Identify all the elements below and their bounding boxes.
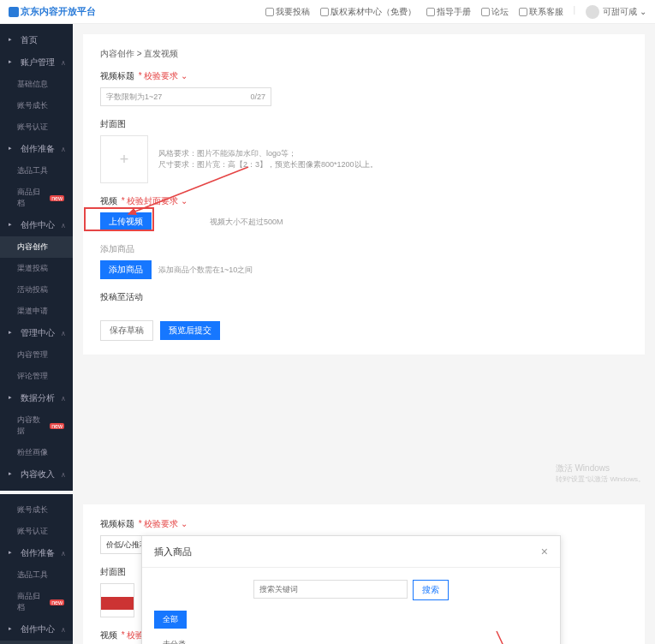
- category-tabs: 全部: [154, 611, 548, 629]
- logo-icon: [9, 7, 19, 17]
- sidebar-item-内容管理[interactable]: 内容管理: [0, 344, 73, 366]
- sidebar-item-活动投稿[interactable]: 活动投稿: [0, 279, 73, 301]
- windows-watermark-1: 激活 Windows 转到"设置"以激活 Windows。: [556, 462, 645, 484]
- action-buttons-1: 保存草稿 预览后提交: [100, 320, 628, 341]
- modal-close-icon[interactable]: ×: [541, 545, 548, 558]
- breadcrumb: 内容创作 > 直发视频: [100, 48, 628, 60]
- menu-icon: ▸: [9, 145, 17, 153]
- page-root: 京东内容开放平台 我要投稿 版权素材中心（免费） 指导手册 论坛 联系客服 | …: [0, 0, 655, 644]
- save-draft-button[interactable]: 保存草稿: [100, 320, 153, 341]
- chevron-icon: ∧: [61, 471, 66, 479]
- modal-body: 搜索 全部 未分类 ✓ montooth泰优家口水漱新... ¥ 19.90: [142, 568, 560, 644]
- main-content-2: 视频标题 * 校验要求 ⌄ 价低/心推荐的漱口水，拒绝不了黄牙我用！ 20/27…: [73, 494, 655, 644]
- sidebar-item-账号认证[interactable]: 账号认证: [0, 521, 73, 542]
- cover-hint: 风格要求：图片不能添加水印、logo等； 尺寸要求：图片宽：高【2：3】，预览长…: [158, 148, 378, 171]
- cover-upload-box[interactable]: +: [100, 135, 148, 183]
- sidebar-item-数据分析[interactable]: ▸数据分析∧: [0, 387, 73, 409]
- sidebar-item-账号认证[interactable]: 账号认证: [0, 116, 73, 138]
- chevron-icon: ∧: [61, 395, 66, 402]
- field-title: 视频标题 * 校验要求 ⌄ 字数限制为1~27 0/27: [100, 70, 628, 106]
- sidebar-item-账户管理[interactable]: ▸账户管理∧: [0, 51, 73, 74]
- new-badge: new: [50, 195, 64, 201]
- field-add-goods: 添加商品 添加商品 添加商品个数需在1~10之间: [100, 243, 628, 279]
- logo[interactable]: 京东内容开放平台: [9, 5, 96, 18]
- sidebar-item-内容收入[interactable]: ▸内容收入∧: [0, 463, 73, 486]
- sidebar-item-渠道投稿[interactable]: 渠道投稿: [0, 258, 73, 279]
- form-card-1: 内容创作 > 直发视频 视频标题 * 校验要求 ⌄ 字数限制为1~27 0/27…: [83, 34, 645, 355]
- chevron-icon: ∧: [61, 146, 66, 153]
- menu-icon: ▸: [9, 549, 17, 558]
- section-2: 账号成长账号认证▸创作准备∧选品工具商品归档new▸创作中心∧内容创作渠道投稿活…: [0, 494, 655, 644]
- sidebar: ▸首页▸账户管理∧基础信息账号成长账号认证▸创作准备∧选品工具商品归档new▸创…: [0, 24, 73, 491]
- forum-icon: [481, 8, 490, 16]
- sidebar-item-创作中心[interactable]: ▸创作中心∧: [0, 618, 73, 641]
- menu-icon: ▸: [9, 625, 17, 634]
- logo-text: 京东内容开放平台: [21, 5, 96, 18]
- add-goods-button[interactable]: 添加商品: [100, 260, 152, 279]
- post-icon: [265, 8, 274, 16]
- field-submit: 投稿至活动: [100, 291, 628, 303]
- sidebar-item-选品工具[interactable]: 选品工具: [0, 160, 73, 182]
- video-size-hint: 视频大小不超过500M: [210, 217, 283, 228]
- avatar-icon: [586, 5, 599, 19]
- preview-submit-button[interactable]: 预览后提交: [160, 321, 220, 340]
- upload-video-button[interactable]: 上传视频: [100, 212, 152, 231]
- sidebar-2: 账号成长账号认证▸创作准备∧选品工具商品归档new▸创作中心∧内容创作渠道投稿活…: [0, 494, 73, 644]
- menu-icon: ▸: [9, 36, 17, 45]
- sidebar-item-选品工具[interactable]: 选品工具: [0, 564, 73, 586]
- top-nav: 我要投稿 版权素材中心（免费） 指导手册 论坛 联系客服 | 可甜可咸 ⌄: [265, 5, 646, 19]
- sidebar-item-创作中心[interactable]: ▸创作中心∧: [0, 214, 73, 236]
- sidebar-item-首页[interactable]: ▸首页: [0, 29, 73, 51]
- menu-icon: ▸: [9, 470, 17, 479]
- sidebar-item-账号成长[interactable]: 账号成长: [0, 499, 73, 521]
- sidebar-item-渠道申请[interactable]: 渠道申请: [0, 301, 73, 322]
- field-video: 视频 * 校验封面要求 ⌄ 上传视频 视频大小不超过500M: [100, 195, 628, 231]
- nav-guide[interactable]: 指导手册: [426, 5, 471, 19]
- chevron-icon: ∧: [61, 222, 66, 230]
- guide-icon: [426, 8, 435, 16]
- search-row: 搜索: [154, 580, 548, 600]
- contact-icon: [519, 8, 527, 16]
- sidebar-item-内容数据[interactable]: 内容数据new: [0, 409, 73, 442]
- sidebar-item-账号成长[interactable]: 账号成长: [0, 95, 73, 116]
- nav-forum[interactable]: 论坛: [481, 5, 509, 19]
- add-goods-hint: 添加商品个数需在1~10之间: [158, 265, 253, 276]
- sidebar-item-粉丝画像[interactable]: 粉丝画像: [0, 442, 73, 463]
- search-button[interactable]: 搜索: [413, 580, 449, 600]
- main-content-1: 内容创作 > 直发视频 视频标题 * 校验要求 ⌄ 字数限制为1~27 0/27…: [73, 24, 655, 491]
- new-badge: new: [50, 423, 64, 429]
- title-input[interactable]: 字数限制为1~27 0/27: [100, 87, 271, 106]
- insert-goods-modal: 插入商品 × 搜索 全部 未分类: [141, 535, 561, 644]
- category-unclassified[interactable]: 未分类: [154, 635, 548, 644]
- nav-contact[interactable]: 联系客服: [519, 5, 563, 19]
- sidebar-item-管理中心[interactable]: ▸管理中心∧: [0, 322, 73, 344]
- nav-post[interactable]: 我要投稿: [265, 5, 310, 19]
- menu-icon: ▸: [9, 221, 17, 230]
- sidebar-item-评论管理[interactable]: 评论管理: [0, 366, 73, 387]
- sidebar-item-商品归档[interactable]: 商品归档new: [0, 586, 73, 618]
- search-input[interactable]: [253, 580, 408, 599]
- container-2: 账号成长账号认证▸创作准备∧选品工具商品归档new▸创作中心∧内容创作渠道投稿活…: [0, 494, 655, 644]
- container-1: ▸首页▸账户管理∧基础信息账号成长账号认证▸创作准备∧选品工具商品归档new▸创…: [0, 24, 655, 491]
- menu-icon: ▸: [9, 394, 17, 402]
- chevron-icon: ∧: [61, 550, 66, 558]
- tab-all[interactable]: 全部: [154, 611, 187, 629]
- cover-thumb[interactable]: [100, 583, 134, 617]
- new-badge: new: [50, 599, 64, 605]
- section-1: 京东内容开放平台 我要投稿 版权素材中心（免费） 指导手册 论坛 联系客服 | …: [0, 0, 655, 491]
- modal-title: 插入商品: [154, 546, 192, 558]
- modal-header: 插入商品 ×: [142, 536, 560, 568]
- sidebar-item-基础信息[interactable]: 基础信息: [0, 74, 73, 95]
- menu-icon: ▸: [9, 58, 17, 67]
- sidebar-item-创作准备[interactable]: ▸创作准备∧: [0, 542, 73, 564]
- material-icon: [320, 8, 329, 16]
- sidebar-item-内容创作[interactable]: 内容创作: [0, 641, 73, 644]
- user-menu[interactable]: 可甜可咸 ⌄: [586, 5, 646, 19]
- sidebar-item-创作准备[interactable]: ▸创作准备∧: [0, 138, 73, 160]
- top-header: 京东内容开放平台 我要投稿 版权素材中心（免费） 指导手册 论坛 联系客服 | …: [0, 0, 655, 24]
- field-cover: 封面图 + 风格要求：图片不能添加水印、logo等； 尺寸要求：图片宽：高【2：…: [100, 118, 628, 183]
- menu-icon: ▸: [9, 329, 17, 337]
- nav-material[interactable]: 版权素材中心（免费）: [320, 5, 416, 19]
- sidebar-item-内容创作[interactable]: 内容创作: [0, 236, 73, 258]
- sidebar-item-商品归档[interactable]: 商品归档new: [0, 182, 73, 214]
